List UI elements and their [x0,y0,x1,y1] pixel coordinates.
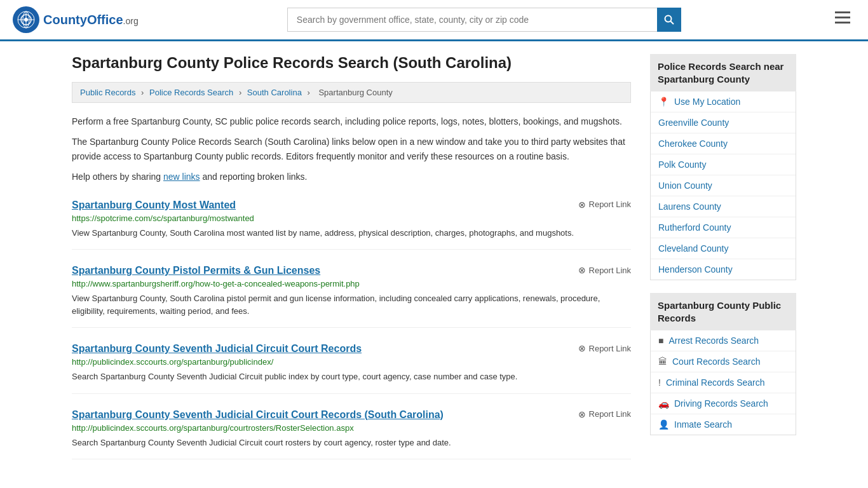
result-header-2: Spartanburg County Seventh Judicial Circ… [72,343,631,355]
main-container: Spartanburg County Police Records Search… [53,41,815,472]
county-item-4[interactable]: Laurens County [651,196,796,217]
result-url-1: http://www.spartanburgsheriff.org/how-to… [72,279,631,288]
svg-rect-9 [835,17,850,18]
result-url-3: http://publicindex.sccourts.org/spartanb… [72,423,631,433]
county-item-0[interactable]: Greenville County [651,112,796,133]
county-item-7[interactable]: Henderson County [651,259,796,280]
county-link-6[interactable]: Cleveland County [658,243,729,254]
nearby-section-title: Police Records Search near Spartanburg C… [650,54,796,92]
new-links-link[interactable]: new links [163,172,200,182]
report-label-3: Report Link [589,409,631,419]
logo-text: CountyOffice.org [43,13,139,27]
breadcrumb-current: Spartanburg County [318,88,392,97]
result-title-3[interactable]: Spartanburg County Seventh Judicial Circ… [72,409,444,421]
result-header-1: Spartanburg County Pistol Permits & Gun … [72,265,631,276]
result-desc-1: View Spartanburg County, South Carolina … [72,292,631,317]
breadcrumb-public-records[interactable]: Public Records [80,88,135,97]
pr-link-3[interactable]: Driving Records Search [674,398,768,409]
search-area [287,8,681,32]
result-item: Spartanburg County Seventh Judicial Circ… [72,343,631,394]
public-record-item-2[interactable]: !Criminal Records Search [651,372,796,393]
report-label-1: Report Link [589,266,631,275]
result-desc-0: View Spartanburg County, South Carolina … [72,227,631,240]
county-item-5[interactable]: Rutherford County [651,217,796,238]
report-link-0[interactable]: ⊗ Report Link [578,200,631,210]
svg-point-5 [24,18,28,22]
report-icon-1: ⊗ [578,265,586,275]
result-url-2: http://publicindex.sccourts.org/spartanb… [72,357,631,367]
public-records-list: ■Arrest Records Search🏛Court Records Sea… [650,330,796,435]
use-my-location-item[interactable]: 📍 Use My Location [651,92,796,112]
public-record-item-1[interactable]: 🏛Court Records Search [651,351,796,372]
pr-icon-1: 🏛 [658,356,667,367]
report-icon-3: ⊗ [578,409,586,419]
pr-link-1[interactable]: Court Records Search [672,356,761,367]
report-link-1[interactable]: ⊗ Report Link [578,265,631,275]
results-container: Spartanburg County Most Wanted ⊗ Report … [72,200,631,460]
breadcrumb-south-carolina[interactable]: South Carolina [247,88,302,97]
pr-icon-0: ■ [658,336,663,346]
site-header: CountyOffice.org [0,0,868,41]
result-header-3: Spartanburg County Seventh Judicial Circ… [72,409,631,421]
county-link-7[interactable]: Henderson County [658,264,733,274]
svg-rect-10 [835,22,850,24]
county-link-2[interactable]: Polk County [658,159,706,170]
county-item-2[interactable]: Polk County [651,154,796,175]
report-icon-2: ⊗ [578,343,586,353]
description-3: Help others by sharing new links and rep… [72,170,631,184]
public-record-item-3[interactable]: 🚗Driving Records Search [651,393,796,414]
result-header-0: Spartanburg County Most Wanted ⊗ Report … [72,200,631,211]
public-record-item-0[interactable]: ■Arrest Records Search [651,330,796,351]
search-button[interactable] [657,8,681,32]
public-record-item-4[interactable]: 👤Inmate Search [651,414,796,435]
description-1: Perform a free Spartanburg County, SC pu… [72,114,631,128]
result-item: Spartanburg County Most Wanted ⊗ Report … [72,200,631,250]
svg-line-7 [670,22,674,25]
result-desc-2: Search Spartanburg County Seventh Judici… [72,370,631,383]
county-item-6[interactable]: Cleveland County [651,238,796,259]
svg-point-6 [665,16,671,22]
public-records-section-title: Spartanburg County Public Records [650,293,796,330]
county-link-5[interactable]: Rutherford County [658,222,731,233]
description-2: The Spartanburg County Police Records Se… [72,135,631,163]
breadcrumb: Public Records › Police Records Search ›… [72,82,631,103]
nearby-counties-list: 📍 Use My Location Greenville CountyChero… [650,92,796,280]
result-title-2[interactable]: Spartanburg County Seventh Judicial Circ… [72,343,362,355]
result-title-0[interactable]: Spartanburg County Most Wanted [72,200,236,211]
pr-link-4[interactable]: Inmate Search [674,419,732,430]
county-link-4[interactable]: Laurens County [658,201,721,212]
county-item-1[interactable]: Cherokee County [651,133,796,154]
pr-icon-4: 👤 [658,419,669,430]
sidebar: Police Records Search near Spartanburg C… [650,54,796,459]
breadcrumb-police-records-search[interactable]: Police Records Search [149,88,233,97]
menu-button[interactable] [830,9,855,30]
pr-icon-3: 🚗 [658,398,669,409]
content-area: Spartanburg County Police Records Search… [72,54,631,459]
county-link-0[interactable]: Greenville County [658,118,729,128]
county-link-3[interactable]: Union County [658,180,712,191]
report-label-0: Report Link [589,200,631,209]
report-link-2[interactable]: ⊗ Report Link [578,343,631,353]
result-item: Spartanburg County Seventh Judicial Circ… [72,409,631,460]
svg-rect-8 [835,11,850,13]
report-label-2: Report Link [589,344,631,353]
result-title-1[interactable]: Spartanburg County Pistol Permits & Gun … [72,265,320,276]
pr-icon-2: ! [658,377,661,388]
use-my-location-link[interactable]: Use My Location [674,97,740,107]
result-desc-3: Search Spartanburg County Seventh Judici… [72,437,631,449]
search-input[interactable] [287,8,657,32]
report-icon-0: ⊗ [578,200,586,210]
pr-link-0[interactable]: Arrest Records Search [668,336,759,346]
page-title: Spartanburg County Police Records Search… [72,54,631,72]
location-icon: 📍 [658,97,669,107]
report-link-3[interactable]: ⊗ Report Link [578,409,631,419]
result-url-0: https://spotcrime.com/sc/spartanburg/mos… [72,214,631,223]
logo-icon [13,6,39,33]
pr-link-2[interactable]: Criminal Records Search [666,377,765,388]
county-item-3[interactable]: Union County [651,175,796,196]
county-link-1[interactable]: Cherokee County [658,139,728,149]
result-item: Spartanburg County Pistol Permits & Gun … [72,265,631,328]
logo[interactable]: CountyOffice.org [13,6,139,33]
